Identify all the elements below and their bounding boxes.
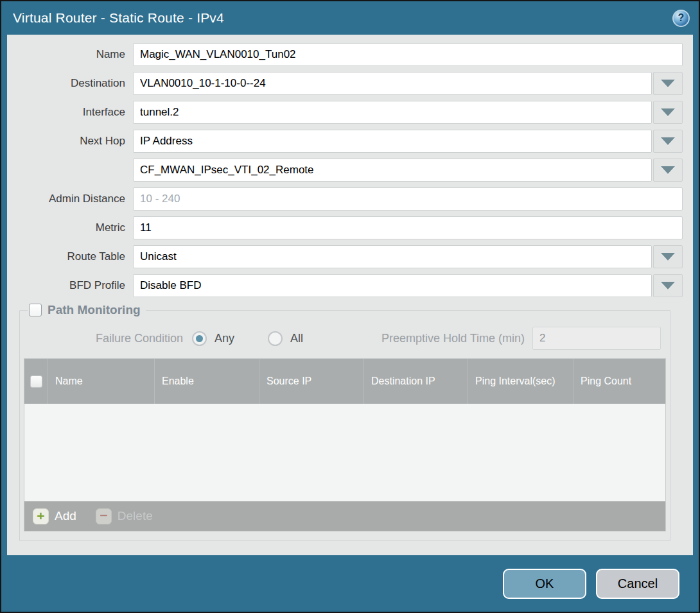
form-row-bfd-profile: BFD Profile [7, 274, 683, 297]
bfd-profile-input[interactable] [133, 274, 652, 297]
dialog-footer: OK Cancel [1, 555, 699, 612]
chevron-down-icon [661, 137, 675, 145]
add-button-label: Add [55, 509, 76, 523]
next-hop-type-input[interactable] [133, 130, 652, 153]
chevron-down-icon [661, 253, 675, 261]
name-label: Name [7, 48, 133, 61]
form-row-metric: Metric [7, 216, 683, 239]
help-glyph: ? [678, 12, 685, 24]
radio-any-icon[interactable] [192, 331, 207, 346]
preemptive-hold-time-label: Preemptive Hold Time (min) [381, 332, 532, 345]
titlebar: Virtual Router - Static Route - IPv4 ? [1, 1, 699, 35]
form-row-destination: Destination [7, 72, 683, 95]
column-header-name[interactable]: Name [48, 359, 154, 404]
delete-button[interactable]: − Delete [96, 508, 153, 524]
interface-input[interactable] [133, 101, 652, 124]
destination-label: Destination [7, 77, 133, 90]
next-hop-address-input[interactable] [133, 159, 652, 182]
radio-all-icon[interactable] [268, 331, 283, 346]
next-hop-label: Next Hop [7, 135, 133, 148]
bfd-profile-label: BFD Profile [7, 279, 133, 292]
route-table-dropdown-button[interactable] [653, 245, 683, 268]
chevron-down-icon [661, 166, 675, 174]
cancel-button[interactable]: Cancel [596, 569, 679, 599]
route-table-input[interactable] [133, 245, 652, 268]
bfd-profile-dropdown-button[interactable] [653, 274, 683, 297]
metric-label: Metric [7, 221, 133, 234]
table-body-empty [24, 404, 665, 501]
column-header-ping-interval[interactable]: Ping Interval(sec) [468, 359, 573, 404]
destination-dropdown-button[interactable] [653, 72, 683, 95]
chevron-down-icon [661, 108, 675, 116]
add-button[interactable]: + Add [33, 508, 76, 524]
ok-button[interactable]: OK [503, 569, 586, 599]
minus-icon: − [96, 508, 112, 524]
preemptive-hold-time-input[interactable] [532, 327, 661, 350]
path-monitoring-section: Path Monitoring Failure Condition Any Al… [19, 303, 670, 541]
metric-input[interactable] [133, 216, 683, 239]
static-route-dialog: Virtual Router - Static Route - IPv4 ? N… [0, 0, 700, 613]
dialog-body: Name Destination Interface [7, 35, 693, 555]
column-header-ping-count[interactable]: Ping Count [573, 359, 665, 404]
form-row-name: Name [7, 43, 683, 66]
admin-distance-label: Admin Distance [7, 193, 133, 205]
route-table-label: Route Table [7, 250, 133, 263]
failure-condition-label: Failure Condition [24, 332, 192, 345]
radio-all-label: All [290, 332, 303, 345]
column-header-enable[interactable]: Enable [154, 359, 259, 404]
form-row-route-table: Route Table [7, 245, 683, 268]
path-monitoring-table: Name Enable Source IP Destination IP Pin… [24, 358, 666, 531]
column-header-source-ip[interactable]: Source IP [259, 359, 363, 404]
chevron-down-icon [661, 282, 675, 289]
interface-dropdown-button[interactable] [653, 101, 683, 124]
chevron-down-icon [661, 80, 675, 87]
next-hop-type-dropdown-button[interactable] [653, 130, 683, 153]
form-row-next-hop: Next Hop [7, 130, 683, 153]
table-toolbar: + Add − Delete [24, 501, 665, 531]
delete-button-label: Delete [118, 509, 153, 523]
failure-condition-row: Failure Condition Any All Preemptive Hol… [24, 326, 666, 350]
path-monitoring-checkbox[interactable] [29, 304, 42, 316]
form-row-next-hop-address [7, 159, 683, 182]
admin-distance-input[interactable] [133, 187, 683, 211]
plus-icon: + [33, 508, 49, 524]
path-monitoring-title: Path Monitoring [48, 303, 141, 317]
form-row-admin-distance: Admin Distance [7, 187, 683, 211]
column-header-destination-ip[interactable]: Destination IP [363, 359, 468, 404]
help-icon[interactable]: ? [672, 10, 690, 27]
next-hop-address-dropdown-button[interactable] [653, 159, 683, 182]
path-monitoring-legend: Path Monitoring [28, 303, 146, 317]
interface-label: Interface [7, 106, 133, 119]
form-row-interface: Interface [7, 101, 683, 124]
table-select-all-cell [24, 359, 48, 404]
table-header-row: Name Enable Source IP Destination IP Pin… [24, 359, 665, 404]
dialog-title: Virtual Router - Static Route - IPv4 [13, 10, 224, 26]
failure-condition-option-all[interactable]: All [268, 331, 303, 346]
select-all-checkbox[interactable] [30, 376, 42, 388]
destination-input[interactable] [133, 72, 652, 95]
failure-condition-option-any[interactable]: Any [192, 331, 234, 346]
name-input[interactable] [133, 43, 683, 66]
radio-any-label: Any [214, 332, 234, 345]
